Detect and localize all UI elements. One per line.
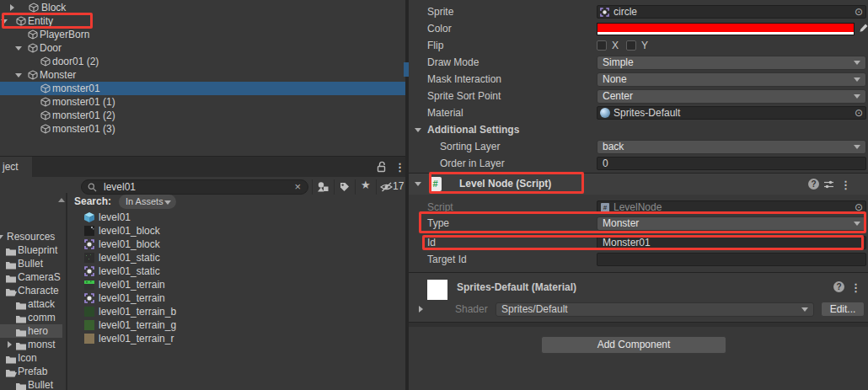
foldout-arrow-icon[interactable] bbox=[15, 73, 22, 77]
search-box[interactable]: × bbox=[81, 179, 308, 195]
asset-item-level01-block-1[interactable]: level01_block bbox=[69, 224, 405, 238]
object-picker-icon[interactable]: ⊙ bbox=[855, 107, 863, 119]
material-object-field[interactable]: Sprites-Default ⊙ bbox=[597, 106, 866, 120]
presets-icon[interactable] bbox=[823, 179, 834, 192]
script-value: LevelNode bbox=[613, 201, 662, 213]
folder-item-label: Resources bbox=[7, 230, 55, 243]
search-scope-dropdown[interactable]: In Assets bbox=[119, 195, 176, 209]
folder-item-cameras[interactable]: CameraS bbox=[0, 270, 66, 284]
chevron-down-icon bbox=[801, 307, 808, 312]
object-picker-icon[interactable]: ⊙ bbox=[855, 6, 863, 18]
hierarchy-item-monster01[interactable]: monster01 bbox=[0, 82, 405, 95]
sprite-sort-point-dropdown[interactable]: Center bbox=[597, 89, 866, 104]
foldout-arrow-icon[interactable] bbox=[8, 341, 12, 348]
hierarchy-item-monster[interactable]: Monster bbox=[0, 68, 405, 82]
chevron-down-icon bbox=[854, 77, 860, 82]
sprite-packer-icon[interactable] bbox=[317, 181, 330, 196]
scroll-up-icon[interactable] bbox=[58, 198, 65, 202]
type-dropdown[interactable]: Monster bbox=[597, 216, 866, 231]
foldout-arrow-icon[interactable] bbox=[15, 46, 22, 51]
folder-item-comm[interactable]: comm bbox=[0, 311, 66, 324]
folder-item-blueprint[interactable]: Blueprint bbox=[0, 243, 66, 257]
flip-y-checkbox[interactable] bbox=[626, 40, 636, 51]
foldout-arrow-icon[interactable] bbox=[1, 19, 8, 24]
sprite-object-field[interactable]: circle ⊙ bbox=[597, 5, 866, 19]
hierarchy-item-playerborn[interactable]: PlayerBorn bbox=[0, 28, 405, 41]
foldout-arrow-icon[interactable] bbox=[10, 4, 14, 11]
hierarchy-item-entity[interactable]: Entity bbox=[0, 14, 405, 28]
foldout-arrow-icon[interactable] bbox=[419, 306, 423, 313]
id-field[interactable]: Monster01 bbox=[597, 236, 866, 249]
project-menu-icon[interactable]: ⋮ bbox=[394, 162, 405, 173]
hierarchy-item-monster01-2[interactable]: monster01 (2) bbox=[0, 109, 405, 122]
sprite-icon bbox=[600, 8, 609, 19]
asset-item-level01-terrain-r-9[interactable]: level01_terrain_r bbox=[69, 332, 405, 345]
sorting-layer-dropdown[interactable]: back bbox=[597, 140, 866, 154]
lock-icon[interactable] bbox=[377, 161, 387, 175]
hidden-count-eye-icon[interactable] bbox=[380, 182, 393, 197]
material-preview-title: Sprites-Default (Material) bbox=[457, 280, 576, 294]
asset-item-level01-static-4[interactable]: level01_static bbox=[69, 264, 405, 278]
asset-item-level01-static-3[interactable]: level01_static bbox=[69, 251, 405, 264]
hierarchy-item-label: Block bbox=[41, 1, 66, 14]
tree-scrollbar[interactable] bbox=[66, 193, 67, 390]
shader-dropdown[interactable]: Sprites/Default bbox=[496, 302, 814, 317]
hierarchy-item-label: door01 (2) bbox=[52, 55, 99, 68]
hierarchy-item-door01-2[interactable]: door01 (2) bbox=[0, 55, 405, 68]
folder-item-monst[interactable]: monst bbox=[0, 338, 66, 351]
color-swatch[interactable] bbox=[597, 23, 855, 35]
folder-item-bullet[interactable]: Bullet bbox=[0, 378, 66, 390]
asset-item-level01-0[interactable]: level01 bbox=[69, 211, 405, 224]
asset-item-level01-block-2[interactable]: level01_block bbox=[69, 238, 405, 251]
folder-item-hero[interactable]: hero bbox=[0, 324, 62, 338]
hierarchy-item-block[interactable]: Block bbox=[0, 1, 405, 14]
folder-item-prefab[interactable]: Prefab bbox=[0, 365, 66, 378]
material-menu-icon[interactable]: ⋮ bbox=[850, 282, 861, 293]
script-object-field[interactable]: # LevelNode ⊙ bbox=[597, 200, 866, 214]
folder-item-icon[interactable]: Icon bbox=[0, 351, 66, 365]
hierarchy-item-monster01-1[interactable]: monster01 (1) bbox=[0, 95, 405, 109]
edit-shader-button[interactable]: Edit... bbox=[821, 302, 865, 317]
material-preview-swatch[interactable] bbox=[427, 280, 447, 300]
section-divider bbox=[409, 322, 868, 327]
order-in-layer-field[interactable]: 0 bbox=[597, 157, 866, 170]
target-id-field[interactable] bbox=[597, 253, 866, 266]
mask-interaction-dropdown[interactable]: None bbox=[597, 72, 866, 87]
add-component-button[interactable]: Add Component bbox=[541, 336, 726, 354]
component-menu-icon[interactable]: ⋮ bbox=[840, 179, 851, 190]
help-icon[interactable]: ? bbox=[808, 179, 819, 190]
clear-search-icon[interactable]: × bbox=[294, 180, 301, 194]
swatch-tan-icon bbox=[84, 334, 94, 347]
search-input[interactable] bbox=[104, 181, 272, 193]
folder-item-label: Blueprint bbox=[18, 243, 57, 257]
eyedropper-icon[interactable] bbox=[859, 23, 868, 36]
hierarchy-item-monster01-3[interactable]: monster01 (3) bbox=[0, 122, 405, 136]
asset-item-level01-terrain-b-7[interactable]: level01_terrain_b bbox=[69, 305, 405, 318]
folder-item-attack[interactable]: attack bbox=[0, 297, 66, 311]
foldout-arrow-icon[interactable] bbox=[0, 235, 3, 239]
chevron-down-icon bbox=[854, 145, 860, 149]
label-icon[interactable] bbox=[340, 182, 350, 197]
asset-item-level01-terrain-g-8[interactable]: level01_terrain_g bbox=[69, 318, 405, 332]
foldout-arrow-icon[interactable] bbox=[415, 182, 421, 186]
search-scope-label: Search: bbox=[74, 195, 111, 207]
hierarchy-item-door[interactable]: Door bbox=[0, 41, 405, 55]
flip-x-checkbox[interactable] bbox=[597, 40, 607, 51]
folder-item-resources[interactable]: Resources bbox=[0, 230, 66, 243]
project-tab[interactable]: ject bbox=[0, 157, 32, 177]
script-label: Script bbox=[427, 200, 453, 214]
favorites-star-icon[interactable]: ★ bbox=[361, 179, 371, 194]
folder-item-characte[interactable]: Characte bbox=[0, 284, 66, 297]
asset-item-level01-terrain-5[interactable]: level01_terrain bbox=[69, 278, 405, 291]
draw-mode-value: Simple bbox=[603, 56, 634, 68]
asset-item-level01-terrain-6[interactable]: level01_terrain bbox=[69, 291, 405, 305]
hierarchy-item-label: monster01 (2) bbox=[52, 109, 115, 122]
help-icon[interactable]: ? bbox=[833, 281, 844, 292]
chevron-down-icon bbox=[854, 94, 860, 99]
foldout-arrow-icon[interactable] bbox=[415, 128, 421, 132]
object-picker-icon[interactable]: ⊙ bbox=[855, 201, 863, 213]
level-node-header[interactable]: # Level Node (Script) ? ⋮ bbox=[409, 173, 868, 195]
flip-label: Flip bbox=[427, 39, 443, 52]
folder-item-bullet[interactable]: Bullet bbox=[0, 257, 66, 270]
draw-mode-dropdown[interactable]: Simple bbox=[597, 56, 866, 70]
